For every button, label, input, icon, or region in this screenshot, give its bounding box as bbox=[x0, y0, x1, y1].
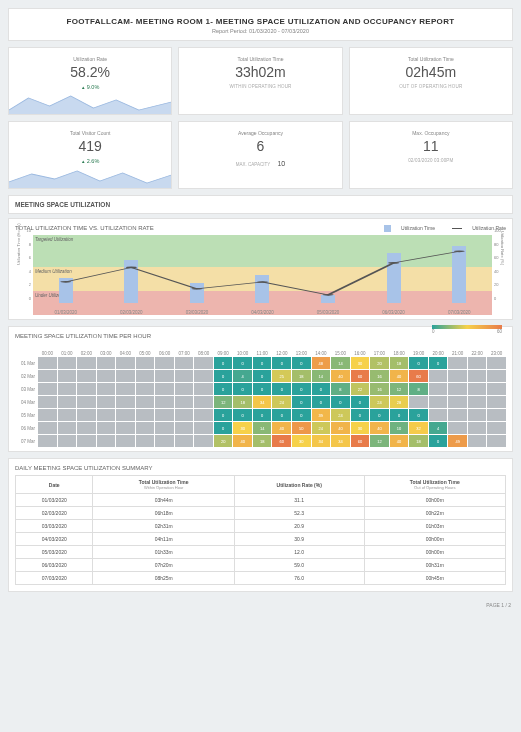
heat-cell bbox=[97, 435, 116, 447]
heat-cell bbox=[97, 396, 116, 408]
heat-cell: 39 bbox=[312, 409, 331, 421]
heat-hour-header: 08:00 bbox=[194, 351, 213, 356]
heat-cell bbox=[136, 422, 155, 434]
heat-cell bbox=[194, 435, 213, 447]
heat-cell: 0 bbox=[292, 357, 311, 369]
heat-row-header: 01 Mar bbox=[15, 361, 37, 366]
table-cell: 07h20m bbox=[93, 559, 234, 572]
heat-cell bbox=[77, 422, 96, 434]
kpi-label: Total Utilization Time bbox=[183, 56, 337, 62]
heat-cell bbox=[97, 383, 116, 395]
heat-cell: 18 bbox=[233, 396, 252, 408]
kpi-value: 33h02m bbox=[183, 64, 337, 80]
heat-cell: 40 bbox=[331, 422, 350, 434]
heat-cell bbox=[468, 370, 487, 382]
table-row: 01/03/202003h44m31.100h00m bbox=[16, 494, 506, 507]
svg-point-0 bbox=[60, 281, 71, 283]
table-row: 07/03/202008h25m76.000h45m bbox=[16, 572, 506, 585]
table-cell: 00h00m bbox=[364, 533, 505, 546]
heat-row-header: 03 Mar bbox=[15, 387, 37, 392]
heat-cell bbox=[38, 422, 57, 434]
heat-cell: 0 bbox=[351, 396, 370, 408]
heat-cell bbox=[175, 383, 194, 395]
daily-summary-table-card: DAILY MEETING SPACE UTILIZATION SUMMARY … bbox=[8, 458, 513, 592]
heat-cell: 0 bbox=[292, 396, 311, 408]
heat-cell bbox=[194, 370, 213, 382]
table-cell: 59.0 bbox=[234, 559, 364, 572]
kpi-label: Total Utilization Time bbox=[354, 56, 508, 62]
table-row: 03/03/202002h31m20.901h03m bbox=[16, 520, 506, 533]
th-date: Date bbox=[16, 476, 93, 494]
heat-cell: 0 bbox=[390, 409, 409, 421]
svg-point-1 bbox=[126, 267, 137, 269]
heat-cell: 34 bbox=[253, 396, 272, 408]
heat-hour-header: 09:00 bbox=[214, 351, 233, 356]
report-period: Report Period: 01/03/2020 - 07/03/2020 bbox=[9, 28, 512, 34]
heat-cell: 18 bbox=[390, 357, 409, 369]
heat-hour-header: 04:00 bbox=[116, 351, 135, 356]
heat-cell bbox=[448, 370, 467, 382]
heat-row-header: 05 Mar bbox=[15, 413, 37, 418]
legend-label: Utilization Time bbox=[401, 225, 435, 231]
th-out: Total Utilization TimeOut of Operating H… bbox=[364, 476, 505, 494]
heat-cell bbox=[58, 422, 77, 434]
heat-cell: 0 bbox=[292, 409, 311, 421]
heat-cell bbox=[468, 435, 487, 447]
heat-cell: 20 bbox=[214, 435, 233, 447]
heat-row-header: 07 Mar bbox=[15, 439, 37, 444]
heat-cell: 0 bbox=[233, 357, 252, 369]
heat-cell: 0 bbox=[253, 383, 272, 395]
heat-cell bbox=[448, 383, 467, 395]
chart-legend: Utilization Time Utilization Rate bbox=[368, 225, 506, 232]
heat-cell: 8 bbox=[331, 383, 350, 395]
table-row: 02/03/202006h18m52.300h22m bbox=[16, 507, 506, 520]
heat-cell bbox=[175, 396, 194, 408]
heat-cell bbox=[155, 422, 174, 434]
kpi-label: Total Visitor Count bbox=[13, 130, 167, 136]
heat-cell: 8 bbox=[409, 383, 428, 395]
heat-hour-header: 12:00 bbox=[272, 351, 291, 356]
heat-cell bbox=[429, 370, 448, 382]
heat-cell: 24 bbox=[272, 396, 291, 408]
heat-cell: 10 bbox=[390, 422, 409, 434]
kpi-label: Utilization Rate bbox=[13, 56, 167, 62]
heat-cell: 14 bbox=[331, 357, 350, 369]
heat-cell bbox=[194, 422, 213, 434]
heat-hour-header: 05:00 bbox=[136, 351, 155, 356]
report-header: FOOTFALLCAM- MEETING ROOM 1- MEETING SPA… bbox=[8, 8, 513, 41]
table-cell: 30.9 bbox=[234, 533, 364, 546]
heat-cell bbox=[97, 357, 116, 369]
heat-cell: 0 bbox=[233, 383, 252, 395]
heat-cell: 4 bbox=[429, 422, 448, 434]
sparkline bbox=[9, 164, 171, 188]
heat-cell bbox=[38, 370, 57, 382]
heat-hour-header: 06:00 bbox=[155, 351, 174, 356]
heat-legend-min: 0 bbox=[432, 329, 435, 334]
heat-cell bbox=[155, 409, 174, 421]
heat-cell: 0 bbox=[429, 357, 448, 369]
heat-cell: 0 bbox=[312, 396, 331, 408]
x-tick: 02/03/2020 bbox=[120, 310, 143, 315]
heat-cell bbox=[487, 422, 506, 434]
heat-cell: 0 bbox=[272, 383, 291, 395]
heat-cell bbox=[468, 422, 487, 434]
heat-cell bbox=[77, 435, 96, 447]
svg-point-5 bbox=[388, 262, 399, 264]
kpi-util-time-in: Total Utilization Time 33h02m WITHIN OPE… bbox=[178, 47, 342, 115]
table-cell: 05/03/2020 bbox=[16, 546, 93, 559]
table-cell: 02h31m bbox=[93, 520, 234, 533]
heat-cell: 24 bbox=[312, 422, 331, 434]
heat-cell: 0 bbox=[272, 409, 291, 421]
table-row: 06/03/202007h20m59.000h31m bbox=[16, 559, 506, 572]
heat-cell: 0 bbox=[351, 409, 370, 421]
kpi-avg-occupancy: Average Occupancy 6 MAX. CAPACITY 10 bbox=[178, 121, 342, 189]
heat-cell bbox=[38, 396, 57, 408]
table-cell: 00h45m bbox=[364, 572, 505, 585]
table-cell: 00h00m bbox=[364, 546, 505, 559]
page-footer: PAGE 1 / 2 bbox=[8, 598, 513, 608]
table-cell: 12.0 bbox=[234, 546, 364, 559]
kpi-value: 6 bbox=[183, 138, 337, 154]
heat-cell: 0 bbox=[214, 383, 233, 395]
heat-cell bbox=[58, 357, 77, 369]
heat-cell bbox=[116, 357, 135, 369]
